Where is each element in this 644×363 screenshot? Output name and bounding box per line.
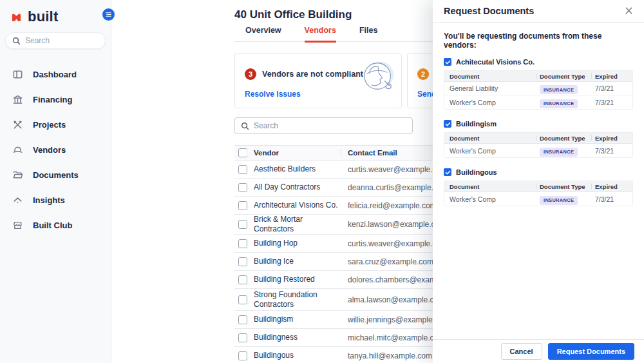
- documents-table-header: Document Document Type Expired: [444, 71, 632, 82]
- modal-footer: Cancel Request Documents: [433, 339, 644, 363]
- vendor-group-name: Buildingous: [456, 168, 497, 176]
- row-checkbox[interactable]: [238, 165, 247, 174]
- row-checkbox[interactable]: [238, 220, 247, 229]
- document-name: General Liability: [444, 84, 540, 92]
- alert-message: Vendors are not compliant: [262, 70, 363, 79]
- vendor-name: Architectural Visions Co.: [254, 201, 348, 210]
- row-checkbox[interactable]: [238, 295, 247, 304]
- row-checkbox[interactable]: [238, 183, 247, 192]
- sidebar-item-built-club[interactable]: Built Club: [0, 213, 111, 238]
- bank-icon: [12, 94, 23, 105]
- expired-date: 7/3/21: [595, 147, 632, 155]
- vendor-group: Buildingous Document Document Type Expir…: [444, 168, 633, 206]
- vendor-table-search[interactable]: [234, 117, 413, 134]
- sidebar-search-input[interactable]: [25, 36, 90, 45]
- alert-card-not-compliant: 3 Vendors are not compliant Resolve Issu…: [234, 53, 402, 108]
- vendor-name: Buildingism: [254, 315, 348, 324]
- request-documents-modal: Request Documents You'll be requesting d…: [433, 0, 644, 363]
- dashboard-icon: [12, 69, 23, 80]
- column-header-expired: Expired: [595, 135, 632, 142]
- vendor-search-input[interactable]: [254, 121, 395, 130]
- vendor-checkbox-checked[interactable]: [444, 168, 451, 176]
- sidebar-item-vendors[interactable]: Vendors: [0, 137, 111, 162]
- cancel-button[interactable]: Cancel: [501, 343, 542, 360]
- row-checkbox[interactable]: [238, 201, 247, 210]
- sidebar-item-label: Built Club: [33, 221, 72, 230]
- storefront-icon: [12, 220, 23, 231]
- vendor-name: Building Hop: [254, 239, 348, 248]
- folder-icon: [12, 170, 23, 181]
- vendor-name: Brick & Mortar Contractors: [254, 215, 348, 234]
- column-header-document-type: Document Type: [540, 73, 595, 80]
- sidebar-item-financing[interactable]: Financing: [0, 87, 111, 112]
- column-header-document-type: Document Type: [540, 135, 595, 142]
- vendor-name: Buildingness: [254, 333, 348, 342]
- vendor-name: Building Ice: [254, 257, 348, 266]
- expiring-count-badge: 2: [417, 68, 429, 80]
- select-all-checkbox[interactable]: [238, 148, 247, 157]
- row-checkbox[interactable]: [238, 315, 247, 324]
- collapse-sidebar-button[interactable]: [102, 8, 115, 21]
- documents-table-header: Document Document Type Expired: [444, 181, 632, 192]
- sidebar-item-dashboard[interactable]: Dashboard: [0, 62, 111, 87]
- close-icon[interactable]: [625, 6, 633, 16]
- document-row: General Liability INSURANCE 7/3/21: [444, 82, 632, 95]
- documents-table-header: Document Document Type Expired: [444, 133, 632, 144]
- row-checkbox[interactable]: [238, 351, 247, 360]
- app-window: built Dashboard Financing: [0, 0, 644, 363]
- hard-hat-icon: [12, 144, 23, 155]
- column-header-document: Document: [444, 135, 540, 142]
- row-checkbox[interactable]: [238, 333, 247, 342]
- expired-date: 7/3/21: [595, 84, 632, 92]
- sidebar-item-documents[interactable]: Documents: [0, 162, 111, 188]
- tab-overview[interactable]: Overview: [245, 26, 281, 41]
- column-header-document-type: Document Type: [540, 183, 595, 190]
- sidebar-item-label: Projects: [33, 120, 66, 130]
- vendor-group: Achitecutal Visions Co. Document Documen…: [444, 58, 633, 110]
- row-checkbox[interactable]: [238, 239, 247, 248]
- sidebar-item-insights[interactable]: Insights: [0, 188, 111, 213]
- sidebar-item-label: Vendors: [33, 145, 66, 155]
- document-name: Worker's Comp: [444, 195, 540, 203]
- tools-icon: [12, 119, 23, 130]
- modal-title: Request Documents: [444, 6, 534, 16]
- sidebar-nav: Dashboard Financing Projects Vendors: [0, 62, 111, 238]
- document-type-badge: INSURANCE: [540, 148, 578, 157]
- built-logo: built: [0, 0, 111, 25]
- documents-table: Document Document Type Expired Worker's …: [444, 181, 633, 206]
- document-row: Worker's Comp INSURANCE 7/3/21: [444, 192, 632, 206]
- column-header-vendor[interactable]: Vendor: [254, 149, 348, 157]
- row-checkbox[interactable]: [238, 257, 247, 266]
- worker-illustration-icon: [361, 59, 396, 96]
- sidebar-item-label: Insights: [33, 195, 65, 205]
- sidebar-search[interactable]: [5, 32, 106, 49]
- vendor-checkbox-checked[interactable]: [444, 58, 451, 66]
- sidebar: built Dashboard Financing: [0, 0, 111, 363]
- tab-files[interactable]: Files: [359, 26, 378, 41]
- document-type-badge: INSURANCE: [540, 196, 578, 205]
- resolve-issues-link[interactable]: Resolve Issues: [245, 90, 301, 99]
- vendor-group-name: Buildingism: [456, 120, 497, 128]
- vendor-checkbox-checked[interactable]: [444, 120, 451, 128]
- vendor-group-name: Achitecutal Visions Co.: [456, 58, 535, 66]
- brand-name: built: [28, 8, 58, 25]
- built-logo-icon: [10, 10, 23, 24]
- vendor-name: Strong Foundation Contractors: [254, 290, 348, 309]
- column-header-expired: Expired: [595, 73, 632, 80]
- row-checkbox[interactable]: [238, 275, 247, 284]
- sidebar-item-label: Dashboard: [33, 70, 77, 79]
- sidebar-item-projects[interactable]: Projects: [0, 112, 111, 137]
- expired-date: 7/3/21: [595, 195, 632, 203]
- modal-body: You'll be requesting documents from thes…: [433, 23, 644, 206]
- column-header-document: Document: [444, 183, 540, 190]
- expired-date: 7/3/21: [595, 99, 632, 106]
- tab-vendors[interactable]: Vendors: [305, 26, 336, 43]
- vendor-name: Building Restored: [254, 275, 348, 284]
- modal-header: Request Documents: [433, 0, 644, 23]
- insights-icon: [12, 195, 23, 206]
- column-header-document: Document: [444, 73, 540, 80]
- document-type-badge: INSURANCE: [540, 85, 578, 94]
- document-type-badge: INSURANCE: [540, 99, 578, 108]
- request-documents-button[interactable]: Request Documents: [548, 343, 634, 360]
- sidebar-item-label: Documents: [33, 170, 79, 180]
